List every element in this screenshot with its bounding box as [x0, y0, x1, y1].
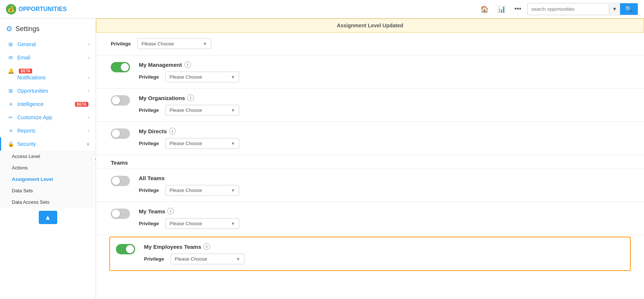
privilege-label: Privilege [144, 256, 166, 262]
search-dropdown-button[interactable]: ▼ [609, 4, 620, 14]
dropdown-arrow-icon: ▼ [236, 257, 240, 262]
privilege-row: Privilege Please Choose ▼ [111, 38, 629, 49]
my-management-toggle[interactable] [111, 62, 130, 72]
section-info: All Teams Privilege Please Choose ▼ [139, 175, 629, 196]
privilege-select-text: Please Choose [169, 188, 228, 193]
email-icon: ✉ [7, 55, 14, 61]
info-icon[interactable]: i [167, 208, 174, 214]
chart-button[interactable]: 📊 [494, 4, 508, 15]
section-title: My Teams i [139, 208, 629, 214]
sidebar-item-label: Email [17, 55, 88, 61]
teams-section-header: Teams [96, 155, 644, 169]
section-title: My Organizations i [139, 94, 629, 101]
my-employees-teams-toggle[interactable] [116, 244, 135, 254]
privilege-select-text: Please Choose [169, 107, 228, 113]
dropdown-arrow-icon: ▼ [203, 41, 207, 47]
dropdown-arrow-icon: ▼ [231, 141, 235, 146]
chevron-icon: › [88, 128, 90, 133]
toggle-row: My Employees Teams i Privilege Please Ch… [116, 243, 624, 264]
privilege-label: Privilege [111, 41, 133, 47]
sidebar-item-label: Opportunities [17, 88, 88, 94]
dropdown-arrow-icon: ▼ [231, 75, 235, 80]
chevron-icon: › [88, 42, 90, 47]
sidebar-item-security[interactable]: 🔒 Security ∨ [0, 137, 96, 151]
privilege-row: Privilege Please Choose ▼ [139, 72, 629, 82]
section-title-text: My Organizations [139, 95, 185, 101]
sidebar-item-label: Reports [17, 128, 88, 134]
privilege-row: Privilege Please Choose ▼ [139, 138, 629, 149]
privilege-select-my-organizations[interactable]: Please Choose ▼ [165, 105, 239, 116]
section-info: My Directs i Privilege Please Choose ▼ [139, 128, 629, 149]
logo-icon: 💰 [6, 4, 16, 14]
chevron-icon: › [88, 102, 90, 107]
general-icon: ⊞ [7, 41, 14, 47]
privilege-select-my-employees-teams[interactable]: Please Choose ▼ [171, 254, 244, 264]
section-title-text: My Directs [139, 128, 167, 134]
search-submit-button[interactable]: 🔍 [620, 3, 638, 15]
section-title-text: My Employees Teams [144, 244, 201, 250]
search-container: ▼ 🔍 [527, 3, 638, 15]
privilege-select[interactable]: Please Choose ▼ [137, 38, 211, 49]
info-icon[interactable]: i [184, 61, 191, 68]
privilege-label: Privilege [139, 141, 161, 146]
home-button[interactable]: 🏠 [477, 4, 491, 15]
sidebar-item-reports[interactable]: ≡ Reports › [0, 124, 96, 137]
submenu-assignment-level[interactable]: Assignment Level [0, 173, 96, 185]
sidebar: ⚙ Settings ⊞ General › ✉ Email › 🔔 BETA … [0, 18, 96, 299]
section-info: My Organizations i Privilege Please Choo… [139, 94, 629, 116]
privilege-label: Privilege [139, 188, 161, 193]
info-icon[interactable]: i [187, 94, 194, 101]
privilege-row: Privilege Please Choose ▼ [144, 254, 624, 264]
sidebar-item-general[interactable]: ⊞ General › [0, 38, 96, 51]
submenu-actions[interactable]: Actions [0, 162, 96, 173]
chevron-icon: › [88, 88, 90, 93]
chevron-icon: › [88, 115, 90, 120]
info-icon[interactable]: i [203, 243, 210, 250]
section-info: My Management i Privilege Please Choose … [139, 61, 629, 82]
sidebar-title: ⚙ Settings [0, 18, 96, 38]
gear-icon: ⚙ [6, 24, 13, 33]
assignment-content: Privilege Please Choose ▼ My Management … [96, 32, 644, 271]
section-title-text: All Teams [139, 175, 165, 181]
dropdown-arrow-icon: ▼ [231, 108, 235, 113]
privilege-row: Privilege Please Choose ▼ [139, 185, 629, 196]
privilege-select-text: Please Choose [141, 41, 200, 47]
privilege-select-text: Please Choose [169, 141, 228, 146]
content-area: Assignment Level Updated Privilege Pleas… [96, 18, 644, 299]
privilege-select-all-teams[interactable]: Please Choose ▼ [165, 185, 239, 196]
teams-header-text: Teams [111, 159, 128, 166]
sidebar-item-customize[interactable]: ✂ Customize App › [0, 111, 96, 124]
my-organizations-toggle[interactable] [111, 95, 130, 106]
submenu-data-sets[interactable]: Data Sets [0, 185, 96, 196]
more-button[interactable]: ••• [511, 4, 524, 14]
reports-icon: ≡ [7, 128, 14, 134]
sidebar-submenu: Access Level Actions Assignment Level Da… [0, 151, 96, 208]
sidebar-item-notifications[interactable]: 🔔 BETA Notifications › [0, 64, 96, 84]
notifications-label: Notifications [17, 75, 88, 80]
section-title-text: My Management [139, 62, 182, 68]
scroll-up-button[interactable]: ▲ [39, 211, 57, 224]
info-icon[interactable]: i [169, 128, 176, 134]
section-row-all-teams: All Teams Privilege Please Choose ▼ [96, 169, 644, 202]
bell-icon: 🔔 [7, 68, 14, 74]
opportunities-icon: ⊞ [7, 88, 14, 94]
my-directs-toggle[interactable] [111, 128, 130, 139]
privilege-select-my-teams[interactable]: Please Choose ▼ [165, 218, 239, 229]
privilege-select-text: Please Choose [169, 221, 228, 226]
privilege-row: Privilege Please Choose ▼ [139, 105, 629, 116]
security-icon: 🔒 [7, 141, 14, 147]
sidebar-item-intelligence[interactable]: ≡ Intelligence BETA › [0, 97, 96, 111]
all-teams-toggle[interactable] [111, 176, 130, 186]
section-row-my-teams: My Teams i Privilege Please Choose ▼ [96, 202, 644, 235]
sidebar-item-label: Customize App [17, 114, 88, 120]
toast-message: Assignment Level Updated [337, 23, 403, 28]
nav-icons: 🏠 📊 ••• ▼ 🔍 [477, 3, 638, 15]
submenu-access-level[interactable]: Access Level [0, 151, 96, 162]
sidebar-item-email[interactable]: ✉ Email › [0, 51, 96, 64]
sidebar-item-opportunities[interactable]: ⊞ Opportunities › [0, 84, 96, 97]
my-teams-toggle[interactable] [111, 209, 130, 219]
search-input[interactable] [528, 4, 609, 14]
submenu-data-access-sets[interactable]: Data Access Sets [0, 196, 96, 208]
privilege-select-my-directs[interactable]: Please Choose ▼ [165, 138, 239, 149]
privilege-select-my-management[interactable]: Please Choose ▼ [165, 72, 239, 82]
